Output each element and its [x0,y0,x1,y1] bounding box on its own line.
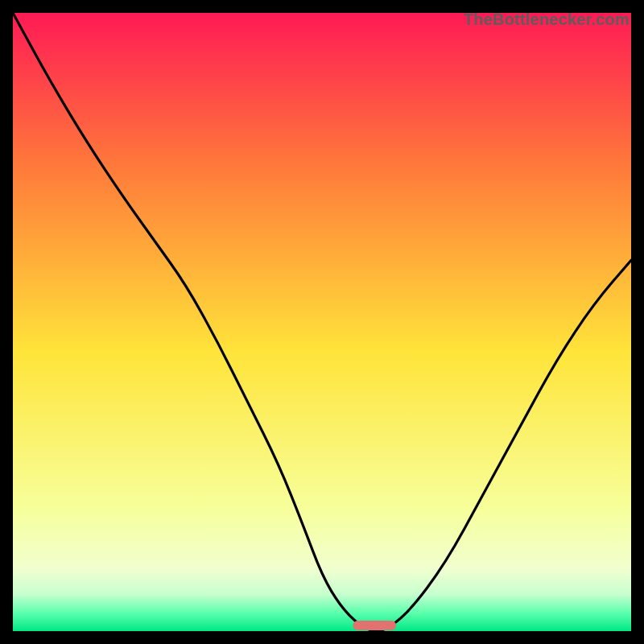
optimal-marker [353,621,396,630]
watermark-text: TheBottlenecker.com [464,10,630,29]
bottleneck-chart [13,13,631,631]
chart-frame: TheBottlenecker.com [13,13,631,631]
gradient-background [13,13,631,631]
